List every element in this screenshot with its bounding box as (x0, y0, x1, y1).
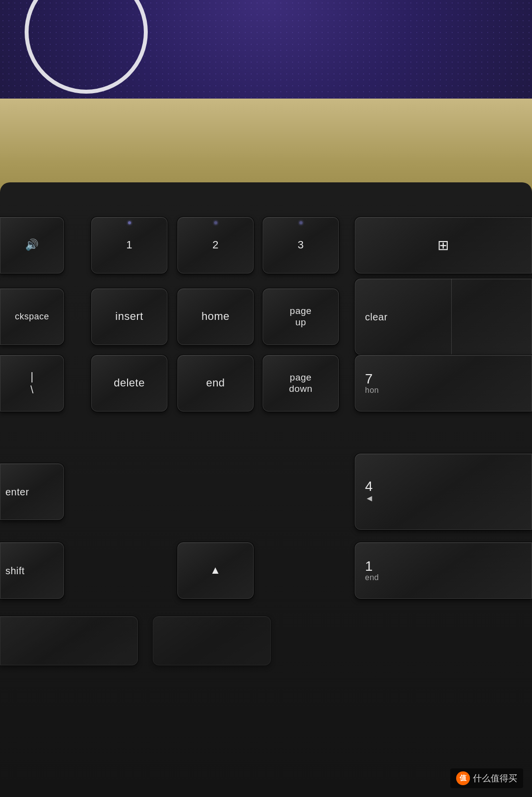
key-up-arrow-label: ▲ (210, 564, 221, 577)
key-bottom-middle[interactable] (153, 616, 271, 665)
key-3-label: 3 (298, 239, 304, 251)
key-numpad-icon[interactable]: ⊞ (355, 217, 532, 274)
key-2-label: 2 (212, 239, 219, 251)
watermark: 值 什么值得买 (450, 768, 523, 788)
key-enter[interactable]: enter (0, 463, 64, 520)
key-1-end[interactable]: 1 end (355, 542, 532, 599)
key-page-up[interactable]: page up (263, 288, 339, 345)
key-backspace-label: ckspace (15, 312, 49, 322)
key-4-arrow: ◄ (365, 493, 374, 504)
key-7[interactable]: 7 hon (355, 355, 532, 412)
led-dot-2 (214, 221, 217, 224)
key-end[interactable]: end (177, 355, 254, 412)
key-pipe-label: | \ (31, 370, 34, 396)
key-end-label: end (206, 377, 225, 389)
key-1[interactable]: 1 (91, 217, 167, 274)
key-up-arrow[interactable]: ▲ (177, 542, 254, 599)
key-7-label: 7 (365, 372, 373, 386)
key-insert-label: insert (115, 310, 143, 323)
key-page-up-label: page up (290, 306, 311, 328)
key-4[interactable]: 4 ◄ (355, 453, 532, 530)
key-bottom-left[interactable] (0, 616, 138, 665)
key-clear[interactable]: clear (355, 278, 532, 355)
key-home-label: home (201, 310, 230, 323)
key-insert[interactable]: insert (91, 288, 167, 345)
key-delete[interactable]: delete (91, 355, 167, 412)
key-page-down-label: page down (289, 372, 312, 395)
key-enter-label: enter (5, 486, 29, 498)
key-page-down[interactable]: page down (263, 355, 339, 412)
key-7-sub: hon (365, 386, 379, 395)
key-1-label: 1 (126, 239, 133, 251)
key-volume[interactable]: 🔊 (0, 217, 64, 274)
led-dot-3 (299, 221, 302, 224)
watermark-icon: 值 (456, 771, 470, 785)
key-3[interactable]: 3 (263, 217, 339, 274)
key-pipe[interactable]: | \ (0, 355, 64, 412)
key-delete-label: delete (114, 377, 145, 389)
key-clear-label: clear (365, 311, 388, 323)
key-1-end-sub: end (365, 573, 379, 582)
key-shift-label: shift (5, 565, 25, 577)
watermark-site-name: 什么值得买 (473, 772, 517, 784)
key-numpad-icon-label: ⊞ (437, 237, 449, 254)
key-4-label: 4 (365, 480, 373, 493)
key-1-end-label: 1 (365, 559, 373, 573)
key-2[interactable]: 2 (177, 217, 254, 274)
led-dot-1 (128, 221, 131, 224)
key-shift[interactable]: shift (0, 542, 64, 599)
key-backspace[interactable]: ckspace (0, 288, 64, 345)
key-home[interactable]: home (177, 288, 254, 345)
key-volume-label: 🔊 (25, 239, 39, 251)
